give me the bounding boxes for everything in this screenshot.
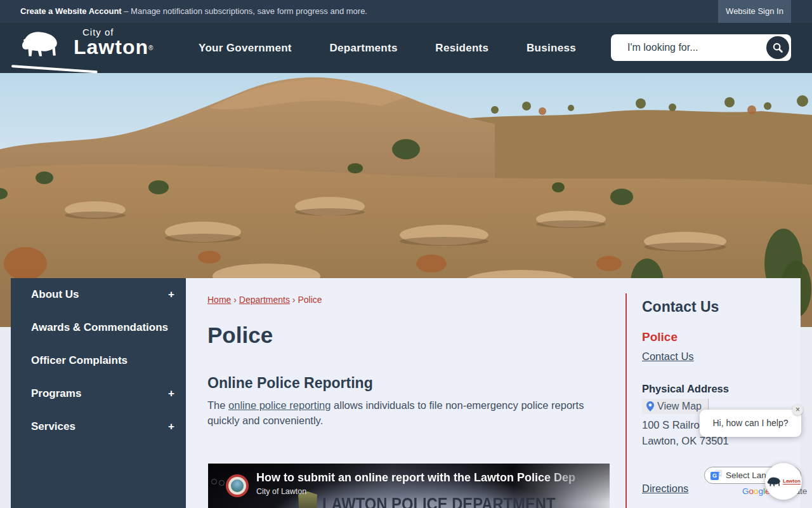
address-line-1: 100 S Railro <box>642 419 700 431</box>
para-text: The <box>207 399 228 411</box>
sidebar-item-programs[interactable]: Programs + <box>11 377 186 410</box>
video-frame-content: LAWTON POLICE DEPARTMENT <box>298 491 587 508</box>
page-title: Police <box>207 323 273 348</box>
create-account-link[interactable]: Create a Website Account <box>20 6 122 16</box>
top-utility-bar: Create a Website Account – Manage notifi… <box>0 0 812 23</box>
chat-launcher-label: Lawton <box>783 478 801 485</box>
main-nav: Your Government Departments Residents Bu… <box>199 23 576 73</box>
sidebar-item-label: Programs <box>31 387 81 399</box>
chat-greeting-bubble[interactable]: Hi, how can I help? <box>700 410 801 437</box>
online-police-reporting-link[interactable]: online police reporting <box>228 399 331 411</box>
page: Create a Website Account – Manage notifi… <box>0 0 812 508</box>
seal-core <box>231 479 244 492</box>
contact-us-link[interactable]: Contact Us <box>642 351 694 363</box>
brand-letter: G <box>742 486 749 496</box>
youtube-video-embed[interactable]: LAWTON POLICE DEPARTMENT How to submit a… <box>208 464 610 508</box>
bison-icon <box>19 29 61 58</box>
video-channel[interactable]: City of Lawton <box>256 487 306 496</box>
sidebar-item-label: Awards & Commendations <box>31 321 168 333</box>
brand-letter: o <box>754 486 759 496</box>
sidebar-item-label: Officer Complaints <box>31 354 128 366</box>
expand-plus-icon[interactable]: + <box>168 420 174 434</box>
sidebar-item-label: About Us <box>31 288 79 300</box>
site-search <box>611 34 791 61</box>
sidebar-item-officer-complaints[interactable]: Officer Complaints <box>11 344 186 377</box>
content-divider <box>625 293 627 508</box>
account-promo-rest: – Manage notification subscriptions, sav… <box>124 6 367 16</box>
department-sidebar-menu: About Us + Awards & Commendations Office… <box>11 278 186 508</box>
search-input[interactable] <box>611 42 750 53</box>
google-translate-icon: 文 G <box>710 470 722 481</box>
video-blur-dot <box>219 480 225 486</box>
breadcrumb-departments-link[interactable]: Departments <box>239 295 290 305</box>
expand-plus-icon[interactable]: + <box>168 387 174 401</box>
website-sign-in-button[interactable]: Website Sign In <box>718 0 791 23</box>
intro-paragraph: The online police reporting allows indiv… <box>207 398 588 428</box>
sidebar-item-services[interactable]: Services + <box>11 410 186 443</box>
directions-link[interactable]: Directions <box>642 483 688 495</box>
nav-departments[interactable]: Departments <box>329 42 397 55</box>
logo-text: City of Lawton® <box>74 27 153 57</box>
video-blur-dot <box>211 479 217 485</box>
video-banner-text: LAWTON POLICE DEPARTMENT <box>322 495 555 508</box>
search-button[interactable] <box>766 36 789 59</box>
map-pin-icon <box>646 401 654 411</box>
video-title[interactable]: How to submit an online report with the … <box>256 471 604 485</box>
breadcrumb-home-link[interactable]: Home <box>207 295 231 305</box>
search-icon <box>772 42 783 53</box>
chat-launcher-button[interactable]: Lawton <box>765 463 802 500</box>
brand-letter: g <box>759 486 764 496</box>
city-seal-avatar <box>226 474 249 497</box>
translate-g-glyph: G <box>710 472 719 480</box>
nav-your-government[interactable]: Your Government <box>199 42 292 55</box>
chat-bubble-close-icon[interactable]: × <box>792 404 803 415</box>
breadcrumb-separator: › <box>292 295 296 305</box>
section-heading: Online Police Reporting <box>207 375 373 392</box>
brand-letter: o <box>749 486 754 496</box>
contact-department: Police <box>642 330 678 344</box>
bison-icon <box>766 476 782 487</box>
sidebar-item-awards-commendations[interactable]: Awards & Commendations <box>11 311 186 344</box>
contact-us-heading: Contact Us <box>642 298 719 316</box>
sidebar-item-about-us[interactable]: About Us + <box>11 278 186 311</box>
expand-plus-icon[interactable]: + <box>168 288 174 302</box>
city-of-lawton-logo[interactable]: City of Lawton® <box>13 25 165 79</box>
view-map-button[interactable]: View Map <box>642 399 709 414</box>
logo-ground-line <box>11 65 98 73</box>
view-map-label: View Map <box>657 401 702 412</box>
account-promo-text: Create a Website Account – Manage notifi… <box>20 0 367 23</box>
breadcrumb: Home › Departments › Police <box>207 295 322 305</box>
logo-registered-mark: ® <box>148 44 153 51</box>
nav-residents[interactable]: Residents <box>435 42 488 55</box>
logo-name: Lawton <box>74 36 148 58</box>
breadcrumb-separator: › <box>233 295 237 305</box>
physical-address-label: Physical Address <box>642 383 729 395</box>
sidebar-item-label: Services <box>31 420 75 432</box>
breadcrumb-current: Police <box>298 295 322 305</box>
nav-business[interactable]: Business <box>527 42 576 55</box>
